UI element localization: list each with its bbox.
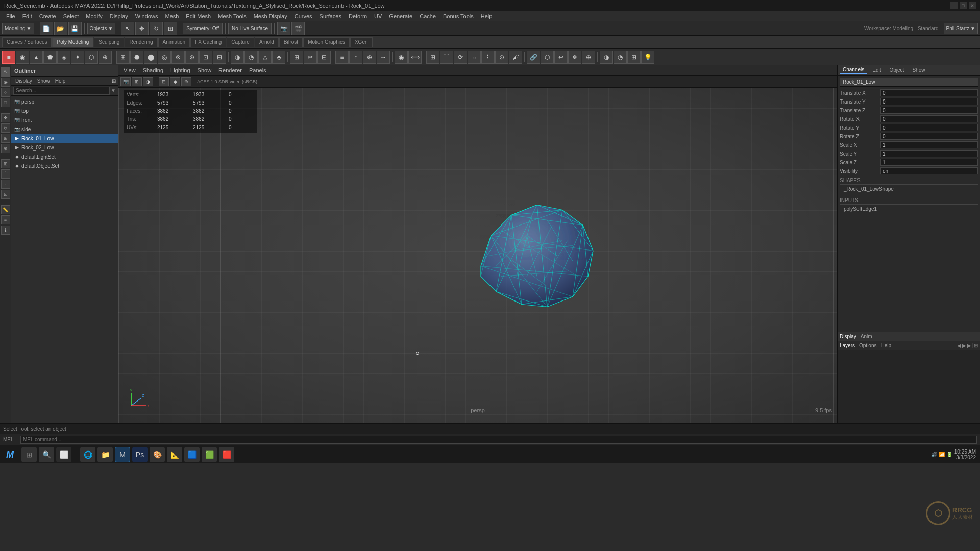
layer-end-btn[interactable]: ▶| bbox=[967, 343, 973, 348]
extrude-btn[interactable]: ⊞ bbox=[116, 51, 130, 64]
scale-tool-btn[interactable]: ⊞ bbox=[164, 22, 177, 35]
channel-scale-y[interactable]: Scale Y 1 bbox=[840, 149, 978, 158]
shelf-tab-curves[interactable]: Curves / Surfaces bbox=[2, 37, 52, 47]
rb-sub-layers[interactable]: Layers bbox=[840, 343, 855, 348]
taskbar-start-btn[interactable]: ⊞ bbox=[21, 447, 37, 462]
outliner-menu-show[interactable]: Show bbox=[35, 78, 52, 84]
mesh-icon-7[interactable]: ⬡ bbox=[85, 51, 98, 64]
new-scene-btn[interactable]: 📄 bbox=[40, 22, 53, 35]
shape-rock01lowshape[interactable]: _Rock_01_LowShape bbox=[840, 186, 978, 192]
light-btn[interactable]: 💡 bbox=[641, 51, 654, 64]
save-scene-btn[interactable]: 💾 bbox=[68, 22, 82, 35]
crease-btn[interactable]: ≡ bbox=[335, 51, 349, 64]
tab-show[interactable]: Show bbox=[909, 66, 928, 74]
crease-left-btn[interactable]: ≡ bbox=[1, 215, 10, 224]
shelf-tab-arnold[interactable]: Arnold bbox=[255, 37, 279, 47]
vp-menu-panels[interactable]: Panels bbox=[246, 66, 270, 74]
freeze-btn[interactable]: ❄ bbox=[568, 51, 581, 64]
taskbar-maya-btn[interactable]: M bbox=[115, 447, 130, 462]
menu-help[interactable]: Help bbox=[478, 12, 496, 20]
symmetry-btn[interactable]: Symmetry: Off bbox=[183, 23, 223, 34]
channel-value-tx[interactable]: 0 bbox=[880, 89, 978, 96]
menu-modify[interactable]: Modify bbox=[83, 12, 105, 20]
channel-value-rz[interactable]: 0 bbox=[880, 133, 978, 140]
taskbar-chrome-btn[interactable]: 🌐 bbox=[80, 447, 95, 462]
vp-menu-shading[interactable]: Shading bbox=[140, 66, 166, 74]
shelf-tab-animation[interactable]: Animation bbox=[158, 37, 190, 47]
outliner-menu-help[interactable]: Help bbox=[53, 78, 68, 84]
slide-edge-btn[interactable]: ↔ bbox=[377, 51, 390, 64]
shelf-tab-xgen[interactable]: XGen bbox=[350, 37, 373, 47]
shelf-tab-motion[interactable]: Motion Graphics bbox=[303, 37, 350, 47]
vp-grid-btn[interactable]: ⊞ bbox=[132, 77, 142, 86]
window-controls[interactable]: ─ □ ✕ bbox=[950, 2, 976, 9]
menu-generate[interactable]: Generate bbox=[386, 12, 415, 20]
mel-input[interactable] bbox=[20, 436, 977, 444]
lasso-select-btn[interactable]: ○ bbox=[1, 88, 10, 97]
live-surface-btn[interactable]: No Live Surface bbox=[228, 23, 272, 34]
rb-tab-anim[interactable]: Anim bbox=[861, 334, 872, 339]
outliner-item-side[interactable]: 📷 side bbox=[11, 124, 118, 134]
uv-cut-btn[interactable]: ✂ bbox=[304, 51, 317, 64]
wire-shade-btn[interactable]: ◔ bbox=[614, 51, 627, 64]
menu-file[interactable]: File bbox=[3, 12, 18, 20]
menu-curves[interactable]: Curves bbox=[291, 12, 315, 20]
outliner-item-rock02[interactable]: ▶ Rock_02_Low bbox=[11, 143, 118, 152]
menu-mesh[interactable]: Mesh bbox=[162, 12, 182, 20]
mesh-icon-3[interactable]: ▲ bbox=[30, 51, 43, 64]
mesh-icon-2[interactable]: ◉ bbox=[16, 51, 29, 64]
bevel-btn[interactable]: ⬣ bbox=[130, 51, 143, 64]
sym-btn[interactable]: ⟺ bbox=[408, 51, 422, 64]
channel-rotate-z[interactable]: Rotate Z 0 bbox=[840, 132, 978, 140]
menu-mesh-display[interactable]: Mesh Display bbox=[251, 12, 290, 20]
sculpt-btn[interactable]: ⊙ bbox=[495, 51, 508, 64]
layer-next-btn[interactable]: ▶ bbox=[962, 343, 966, 348]
outliner-expand-btn[interactable]: ⊞ bbox=[112, 78, 116, 84]
vp-cam-home-btn[interactable]: 📷 bbox=[120, 77, 131, 86]
channel-value-vis[interactable]: on bbox=[880, 167, 978, 174]
texture-btn[interactable]: ⊞ bbox=[627, 51, 641, 64]
taskbar-app4-btn[interactable]: 🎨 bbox=[150, 447, 165, 462]
rb-tab-display[interactable]: Display bbox=[840, 334, 856, 339]
channel-value-ty[interactable]: 0 bbox=[880, 98, 978, 105]
channel-value-rx[interactable]: 0 bbox=[880, 115, 978, 122]
shelf-tab-sculpt[interactable]: Sculpting bbox=[94, 37, 124, 47]
tab-channels[interactable]: Channels bbox=[840, 66, 867, 74]
tab-object[interactable]: Object bbox=[887, 66, 908, 74]
channel-value-sx[interactable]: 1 bbox=[880, 141, 978, 148]
outliner-item-lightset[interactable]: ◆ defaultLightSet bbox=[11, 152, 118, 161]
taskbar-search-btn[interactable]: 🔍 bbox=[39, 447, 54, 462]
workspace-dropdown[interactable]: Modeling ▼ bbox=[2, 23, 34, 34]
channel-value-tz[interactable]: 0 bbox=[880, 107, 978, 114]
shelf-tab-fx[interactable]: FX Caching bbox=[190, 37, 226, 47]
bend-btn[interactable]: ⌒ bbox=[440, 51, 453, 64]
shelf-tab-bifrost[interactable]: Bifrost bbox=[279, 37, 303, 47]
rotate-tool-btn[interactable]: ↻ bbox=[150, 22, 163, 35]
vp-menu-lighting[interactable]: Lighting bbox=[167, 66, 193, 74]
split-btn[interactable]: ⊗ bbox=[172, 51, 185, 64]
target-weld-btn[interactable]: ⊕ bbox=[363, 51, 376, 64]
snap-point-btn[interactable]: ◦ bbox=[1, 180, 10, 189]
paint-select-btn[interactable]: ◉ bbox=[1, 78, 10, 87]
menu-mesh-tools[interactable]: Mesh Tools bbox=[215, 12, 249, 20]
wire-btn[interactable]: ⌇ bbox=[481, 51, 495, 64]
menu-cache[interactable]: Cache bbox=[416, 12, 439, 20]
channel-translate-y[interactable]: Translate Y 0 bbox=[840, 97, 978, 106]
shelf-tab-rendering[interactable]: Rendering bbox=[125, 37, 157, 47]
triangulate-btn[interactable]: △ bbox=[258, 51, 272, 64]
marquee-select-btn[interactable]: □ bbox=[1, 98, 10, 107]
connect-btn[interactable]: ⊛ bbox=[185, 51, 199, 64]
layer-expand-btn[interactable]: ⊞ bbox=[974, 343, 978, 348]
channel-translate-x[interactable]: Translate X 0 bbox=[840, 89, 978, 97]
select-mode-btn[interactable]: ↖ bbox=[1, 67, 10, 77]
outliner-item-persp[interactable]: 📷 persp bbox=[11, 97, 118, 106]
menu-bonus-tools[interactable]: Bonus Tools bbox=[440, 12, 477, 20]
menu-select[interactable]: Select bbox=[60, 12, 82, 20]
remesh-btn[interactable]: ⬘ bbox=[272, 51, 285, 64]
vp-menu-renderer[interactable]: Renderer bbox=[215, 66, 245, 74]
rb-sub-options[interactable]: Options bbox=[859, 343, 876, 348]
insert-loop-btn[interactable]: ⊡ bbox=[199, 51, 212, 64]
info-btn[interactable]: ℹ bbox=[1, 226, 10, 235]
mesh-icon-5[interactable]: ◈ bbox=[57, 51, 70, 64]
flare-btn[interactable]: ⬦ bbox=[468, 51, 481, 64]
